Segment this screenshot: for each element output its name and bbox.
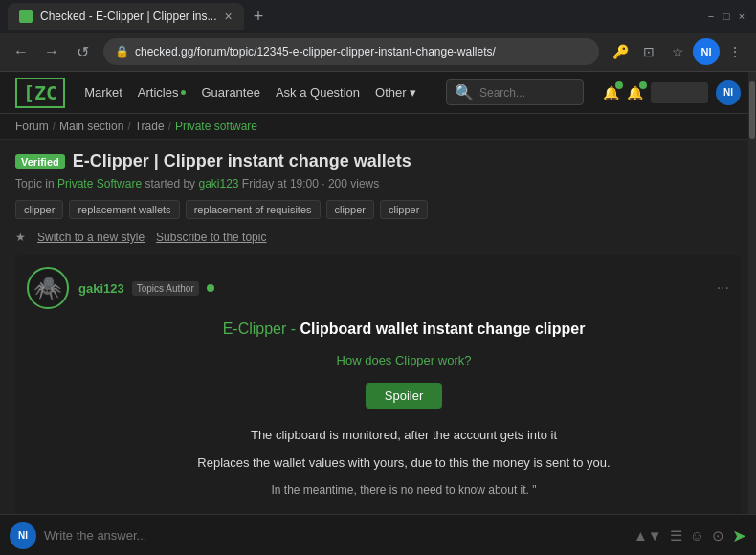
browser-tab[interactable]: Checked - E-Clipper | Clipper ins... × — [8, 3, 244, 30]
reply-bar: NI ▲▼ ☰ ☺ ⊙ ➤ — [0, 514, 756, 555]
tags-container: clipper replacement wallets replacement … — [15, 200, 741, 219]
attach-icon[interactable]: ⊙ — [712, 527, 724, 544]
switch-style-link[interactable]: Switch to a new style — [37, 231, 145, 244]
profile-button[interactable]: NI — [693, 38, 720, 65]
send-button[interactable]: ➤ — [732, 525, 746, 546]
topic-title-row: Verified E-Clipper | Clipper instant cha… — [15, 151, 741, 171]
main-content: Verified E-Clipper | Clipper instant cha… — [0, 140, 756, 529]
new-tab-button[interactable]: + — [248, 7, 270, 27]
notification-icon-2[interactable]: 🔔 — [627, 85, 643, 100]
topic-meta-by: started by — [145, 177, 195, 190]
cast-icon[interactable]: ⊡ — [635, 38, 662, 65]
scrollbar-thumb[interactable] — [749, 81, 755, 139]
reply-input[interactable] — [44, 528, 626, 543]
post-body: E-Clipper - Clipboard wallet instant cha… — [27, 321, 729, 500]
topic-meta-prefix: Topic in — [15, 177, 55, 190]
breadcrumb-active: Private software — [175, 120, 257, 133]
breadcrumb-trade[interactable]: Trade — [135, 120, 165, 133]
post-menu-button[interactable]: ··· — [717, 279, 729, 297]
post: 🕷️ gaki123 Topics Author ··· E-Clipper -… — [15, 255, 741, 518]
notification-badge-2 — [639, 81, 647, 89]
topic-meta-dot: · — [322, 177, 328, 190]
header-icons: 🔔 🔔 NI — [603, 80, 741, 105]
post-title-colored: E-Clipper — [223, 321, 287, 337]
topic-meta-user[interactable]: gaki123 — [198, 177, 238, 190]
breadcrumb: Forum / Main section / Trade / Private s… — [0, 114, 756, 140]
post-title: E-Clipper - Clipboard wallet instant cha… — [78, 321, 729, 338]
post-header: 🕷️ gaki123 Topics Author ··· — [27, 267, 729, 309]
key-icon[interactable]: 🔑 — [607, 38, 634, 65]
search-icon: 🔍 — [455, 83, 474, 101]
format-icon[interactable]: ▲▼ — [634, 527, 662, 544]
post-line-3: In the meantime, there is no need to kno… — [78, 480, 729, 501]
online-indicator — [207, 284, 214, 292]
lock-icon: 🔒 — [115, 45, 129, 58]
tag-3[interactable]: clipper — [326, 200, 374, 219]
emoji-icon[interactable]: ☺ — [690, 527, 704, 544]
post-user-info: gaki123 Topics Author — [78, 281, 717, 296]
toolbar-actions: 🔑 ⊡ ☆ NI ⋮ — [607, 38, 748, 65]
reply-avatar: NI — [10, 522, 36, 549]
author-badge: Topics Author — [132, 281, 199, 296]
breadcrumb-sep-3: / — [168, 120, 171, 133]
tab-favicon — [19, 10, 33, 23]
post-avatar: 🕷️ — [27, 267, 69, 309]
nav-articles[interactable]: Articles — [138, 85, 187, 100]
topic-meta: Topic in Private Software started by gak… — [15, 177, 741, 190]
breadcrumb-sep-1: / — [53, 120, 56, 133]
nav-guarantee[interactable]: Guarantee — [201, 85, 259, 100]
tag-4[interactable]: clipper — [380, 200, 428, 219]
scrollbar[interactable] — [748, 72, 756, 555]
address-text: checked.gg/forum/topic/12345-e-clipper-c… — [135, 45, 588, 58]
address-bar[interactable]: 🔒 checked.gg/forum/topic/12345-e-clipper… — [103, 38, 599, 65]
breadcrumb-forum[interactable]: Forum — [15, 120, 49, 133]
notification-badge-1 — [615, 81, 623, 89]
site-logo[interactable]: [ZC — [15, 78, 65, 108]
star-icon[interactable]: ☆ — [664, 38, 691, 65]
tag-0[interactable]: clipper — [15, 200, 63, 219]
close-window-button[interactable]: × — [735, 10, 748, 23]
back-button[interactable]: ← — [8, 38, 34, 65]
username-display — [651, 82, 708, 103]
tab-close-button[interactable]: × — [225, 9, 233, 24]
topic-meta-views: 200 views — [328, 177, 379, 190]
search-input[interactable] — [479, 86, 575, 100]
page-wrapper: [ZC Market Articles Guarantee Ask a Ques… — [0, 72, 756, 555]
verified-badge: Verified — [15, 154, 65, 169]
list-icon[interactable]: ☰ — [670, 527, 682, 544]
refresh-button[interactable]: ↺ — [69, 38, 96, 65]
topic-title: E-Clipper | Clipper instant change walle… — [73, 151, 411, 171]
reply-actions: ▲▼ ☰ ☺ ⊙ ➤ — [634, 525, 746, 546]
site-header: [ZC Market Articles Guarantee Ask a Ques… — [0, 72, 756, 114]
articles-dot — [181, 90, 186, 95]
minimize-button[interactable]: − — [704, 10, 718, 23]
topic-container: Verified E-Clipper | Clipper instant cha… — [0, 140, 756, 529]
tag-1[interactable]: replacement wallets — [69, 200, 179, 219]
breadcrumb-main-section[interactable]: Main section — [59, 120, 123, 133]
maximize-button[interactable]: □ — [720, 10, 733, 23]
star-button[interactable]: ★ — [15, 231, 26, 244]
user-avatar[interactable]: NI — [716, 80, 741, 105]
tag-2[interactable]: replacement of requisites — [186, 200, 321, 219]
subscribe-link[interactable]: Subscribe to the topic — [156, 231, 266, 244]
post-text: The clipboard is monitored, after the ac… — [78, 424, 729, 500]
nav-other[interactable]: Other ▾ — [375, 85, 416, 100]
post-title-dash: - — [286, 321, 300, 337]
site-nav: Market Articles Guarantee Ask a Question… — [84, 85, 427, 100]
avatar-icon: 🕷️ — [33, 275, 62, 301]
forward-button[interactable]: → — [38, 38, 65, 65]
post-username[interactable]: gaki123 — [78, 281, 124, 296]
notification-icon-1[interactable]: 🔔 — [603, 85, 619, 100]
topic-meta-section[interactable]: Private Software — [57, 177, 142, 190]
nav-ask[interactable]: Ask a Question — [276, 85, 360, 100]
search-box[interactable]: 🔍 — [446, 79, 584, 105]
topic-meta-time: Friday at 19:00 — [242, 177, 319, 190]
browser-menu-icon[interactable]: ⋮ — [722, 38, 748, 65]
how-clipper-works-link[interactable]: How does Clipper work? — [78, 353, 729, 367]
breadcrumb-sep-2: / — [127, 120, 130, 133]
tab-title: Checked - E-Clipper | Clipper ins... — [40, 10, 217, 23]
post-line-1: The clipboard is monitored, after the ac… — [78, 424, 729, 446]
post-title-bold: Clipboard wallet instant change clipper — [300, 321, 586, 337]
spoiler-button[interactable]: Spoiler — [366, 383, 442, 409]
nav-market[interactable]: Market — [84, 85, 122, 100]
